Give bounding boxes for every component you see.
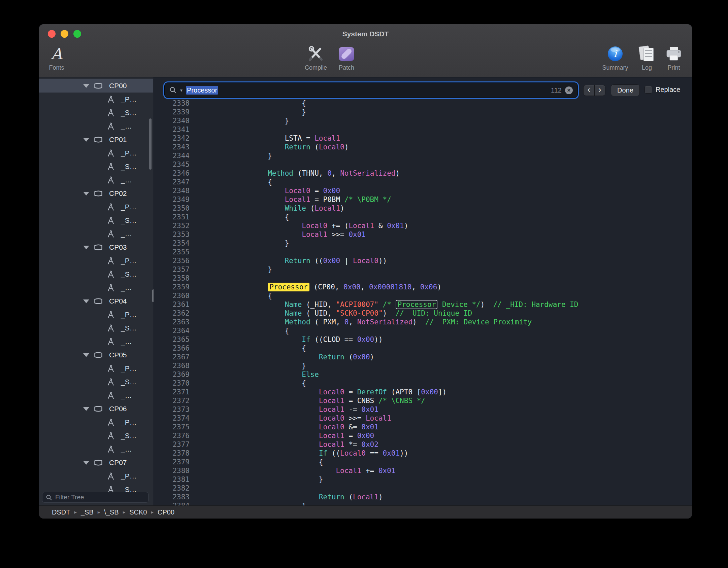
find-next-button[interactable]: › xyxy=(594,85,605,96)
tree-item-child[interactable]: _S… xyxy=(39,375,153,389)
line-number: 2346 xyxy=(154,169,190,178)
code-line: 2348 Local0 = 0x00 xyxy=(154,186,692,195)
tree-item-label: _P… xyxy=(121,472,137,480)
code-line: 2347 { xyxy=(154,178,692,186)
code-text: Local1 = CNBS /* \CNBS */ xyxy=(234,396,425,405)
tree-item-child[interactable]: _… xyxy=(39,173,153,187)
tree-item-child[interactable]: _P… xyxy=(39,146,153,160)
sidebar-tree[interactable]: CP00_P…_S…_…CP01_P…_S…_…CP02_P…_S…_…CP03… xyxy=(39,79,153,492)
tree-item-child[interactable]: _… xyxy=(39,389,153,402)
tree-item-cp01[interactable]: CP01 xyxy=(39,133,153,146)
code-line: 2365 If ((CLOD == 0x00)) xyxy=(154,335,692,344)
code-text: { xyxy=(234,458,323,466)
code-line: 2364 { xyxy=(154,326,692,335)
disclosure-triangle-icon[interactable] xyxy=(83,353,89,357)
tree-item-child[interactable]: _… xyxy=(39,442,153,456)
toolbar-item-summary[interactable]: i Summary xyxy=(601,44,630,71)
toolbar-item-patch[interactable]: Patch xyxy=(332,44,361,71)
tree-item-label: _… xyxy=(121,338,132,346)
scope-icon xyxy=(94,82,103,89)
filter-tree-field[interactable]: Filter Tree xyxy=(42,492,148,503)
sidebar: CP00_P…_S…_…CP01_P…_S…_…CP02_P…_S…_…CP03… xyxy=(39,77,153,505)
tree-item-child[interactable]: _P… xyxy=(39,362,153,375)
breadcrumb-item[interactable]: _SB xyxy=(81,508,94,516)
code-text: } xyxy=(234,151,272,160)
search-query[interactable]: Processor xyxy=(186,86,218,94)
code-line: 2372 Local1 = CNBS /* \CNBS */ xyxy=(154,396,692,405)
tree-item-child[interactable]: _P… xyxy=(39,469,153,483)
line-number: 2383 xyxy=(154,493,190,501)
toolbar-item-log[interactable]: Log xyxy=(634,44,660,71)
disclosure-triangle-icon[interactable] xyxy=(83,407,89,411)
tree-item-child[interactable]: _S… xyxy=(39,214,153,227)
tree-item-cp04[interactable]: CP04 xyxy=(39,294,153,308)
tree-item-child[interactable]: _S… xyxy=(39,429,153,442)
disclosure-triangle-icon[interactable] xyxy=(83,138,89,142)
tree-item-label: _P… xyxy=(121,311,137,319)
tree-item-child[interactable]: _P… xyxy=(39,254,153,268)
line-number: 2363 xyxy=(154,318,190,326)
line-number: 2369 xyxy=(154,370,190,379)
code-text: Return (Local0) xyxy=(234,143,349,151)
method-icon xyxy=(107,486,115,492)
code-editor[interactable]: 2338 {2339 }2340 }23412342 LSTA = Local1… xyxy=(154,77,692,505)
tree-item-cp00[interactable]: CP00 xyxy=(39,79,153,93)
tree-item-child[interactable]: _P… xyxy=(39,308,153,321)
disclosure-triangle-icon[interactable] xyxy=(83,299,89,303)
code-text: Local0 += (Local1 & 0x01) xyxy=(234,221,408,230)
sidebar-scrollbar[interactable] xyxy=(149,118,152,170)
scope-icon xyxy=(94,405,103,412)
tree-item-child[interactable]: _S… xyxy=(39,268,153,281)
breadcrumb-item[interactable]: SCK0 xyxy=(129,508,147,516)
tree-item-child[interactable]: _P… xyxy=(39,416,153,429)
tree-item-child[interactable]: _… xyxy=(39,119,153,133)
scope-icon xyxy=(94,136,103,143)
disclosure-triangle-icon[interactable] xyxy=(83,461,89,465)
titlebar[interactable]: System DSDT xyxy=(39,24,692,44)
breadcrumb-item[interactable]: CP00 xyxy=(158,508,174,516)
code-line: 2341 xyxy=(154,125,692,134)
tree-item-label: _… xyxy=(121,284,132,292)
tree-item-child[interactable]: _S… xyxy=(39,483,153,492)
line-number: 2377 xyxy=(154,440,190,449)
code-text: Local1 -= 0x01 xyxy=(234,405,378,414)
tree-item-cp07[interactable]: CP07 xyxy=(39,456,153,469)
code-text: { xyxy=(234,344,306,353)
tree-item-child[interactable]: _… xyxy=(39,335,153,348)
tree-item-child[interactable]: _… xyxy=(39,227,153,241)
clear-search-icon[interactable]: × xyxy=(565,86,573,94)
code-line: 2362 Name (_UID, "SCK0-CP00") // _UID: U… xyxy=(154,309,692,318)
tree-item-cp03[interactable]: CP03 xyxy=(39,241,153,254)
tree-item-cp02[interactable]: CP02 xyxy=(39,187,153,200)
code-text: { xyxy=(234,379,306,388)
toolbar-item-fonts[interactable]: A Fonts xyxy=(42,44,71,71)
code-text: If ((CLOD == 0x00)) xyxy=(234,335,383,344)
tree-item-label: _S… xyxy=(121,378,137,386)
line-number: 2360 xyxy=(154,291,190,300)
tree-item-child[interactable]: _S… xyxy=(39,321,153,335)
search-options-chevron-icon[interactable]: ▾ xyxy=(180,87,183,93)
tree-item-cp05[interactable]: CP05 xyxy=(39,348,153,362)
tree-item-child[interactable]: _S… xyxy=(39,106,153,119)
search-icon[interactable] xyxy=(169,86,177,94)
scope-icon xyxy=(94,352,103,358)
tree-item-child[interactable]: _S… xyxy=(39,160,153,173)
find-previous-button[interactable]: ‹ xyxy=(584,85,594,96)
tree-item-cp06[interactable]: CP06 xyxy=(39,402,153,416)
disclosure-triangle-icon[interactable] xyxy=(83,246,89,249)
toolbar-item-print[interactable]: Print xyxy=(661,44,687,71)
tree-item-child[interactable]: _… xyxy=(39,281,153,294)
replace-checkbox[interactable] xyxy=(644,86,652,94)
done-button[interactable]: Done xyxy=(611,84,640,96)
method-icon xyxy=(107,392,115,399)
breadcrumb-item[interactable]: DSDT xyxy=(52,508,70,516)
toolbar-item-compile[interactable]: Compile xyxy=(301,44,330,71)
disclosure-triangle-icon[interactable] xyxy=(83,84,89,88)
tree-item-child[interactable]: _P… xyxy=(39,93,153,106)
disclosure-triangle-icon[interactable] xyxy=(83,192,89,196)
breadcrumb-item[interactable]: \_SB xyxy=(104,508,119,516)
compile-icon xyxy=(307,45,325,62)
find-search-field[interactable]: ▾ Processor 112 × xyxy=(165,83,577,98)
tree-item-child[interactable]: _P… xyxy=(39,200,153,214)
log-icon xyxy=(639,45,655,62)
